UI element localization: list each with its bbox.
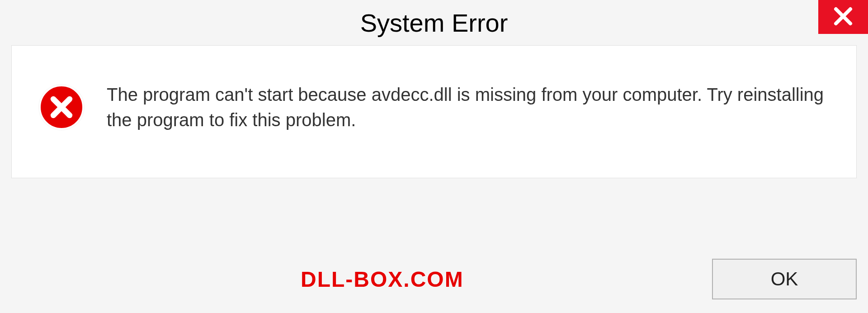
- title-bar: System Error: [0, 0, 868, 45]
- watermark-text: DLL-BOX.COM: [11, 267, 464, 292]
- content-panel: The program can't start because avdecc.d…: [11, 45, 857, 178]
- dialog-footer: DLL-BOX.COM OK: [11, 259, 857, 299]
- close-button[interactable]: [818, 0, 868, 34]
- close-icon: [832, 5, 854, 29]
- error-message: The program can't start because avdecc.d…: [107, 82, 829, 133]
- dialog-title: System Error: [360, 8, 508, 38]
- system-error-dialog: System Error The program can't start bec…: [0, 0, 868, 313]
- ok-button[interactable]: OK: [712, 259, 857, 299]
- error-icon: [39, 85, 84, 130]
